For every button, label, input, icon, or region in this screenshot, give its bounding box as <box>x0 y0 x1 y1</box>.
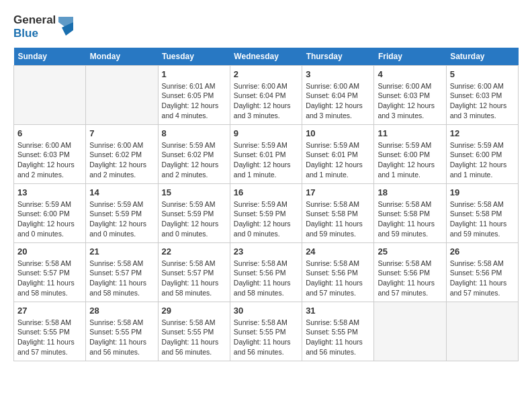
day-number: 31 <box>306 306 370 316</box>
day-info: Sunrise: 5:58 AM Sunset: 5:58 PM Dayligh… <box>378 199 442 239</box>
calendar-cell: 12Sunrise: 5:59 AM Sunset: 6:00 PM Dayli… <box>446 124 518 183</box>
day-info: Sunrise: 5:58 AM Sunset: 5:58 PM Dayligh… <box>306 199 370 239</box>
day-number: 12 <box>450 128 515 138</box>
day-info: Sunrise: 6:00 AM Sunset: 6:02 PM Dayligh… <box>89 140 154 180</box>
day-number: 22 <box>162 246 226 257</box>
day-info: Sunrise: 5:59 AM Sunset: 6:00 PM Dayligh… <box>17 199 82 239</box>
logo-blue: Blue <box>13 27 56 40</box>
day-number: 28 <box>89 306 154 316</box>
day-info: Sunrise: 5:59 AM Sunset: 6:00 PM Dayligh… <box>450 140 515 180</box>
day-number: 27 <box>17 306 82 316</box>
day-number: 14 <box>89 187 154 197</box>
day-number: 20 <box>17 246 82 257</box>
day-info: Sunrise: 5:59 AM Sunset: 5:59 PM Dayligh… <box>89 199 154 239</box>
calendar-cell: 16Sunrise: 5:59 AM Sunset: 5:59 PM Dayli… <box>230 183 302 242</box>
day-number: 15 <box>162 187 226 197</box>
day-info: Sunrise: 5:58 AM Sunset: 5:57 PM Dayligh… <box>17 259 82 298</box>
calendar-cell: 30Sunrise: 5:58 AM Sunset: 5:55 PM Dayli… <box>230 302 302 361</box>
day-number: 4 <box>378 69 442 79</box>
day-number: 29 <box>162 306 226 316</box>
calendar-cell: 26Sunrise: 5:58 AM Sunset: 5:56 PM Dayli… <box>446 242 518 302</box>
day-info: Sunrise: 5:59 AM Sunset: 5:59 PM Dayligh… <box>162 199 226 239</box>
calendar-cell: 4Sunrise: 6:00 AM Sunset: 6:03 PM Daylig… <box>374 65 446 124</box>
day-number: 9 <box>234 128 298 138</box>
calendar-cell <box>374 302 446 361</box>
calendar-cell: 17Sunrise: 5:58 AM Sunset: 5:58 PM Dayli… <box>302 183 374 242</box>
page-header: General Blue <box>13 13 519 41</box>
calendar-cell: 21Sunrise: 5:58 AM Sunset: 5:57 PM Dayli… <box>86 242 158 302</box>
header-day-friday: Friday <box>374 48 446 66</box>
day-number: 26 <box>450 246 515 257</box>
header-day-thursday: Thursday <box>302 48 374 66</box>
header-day-saturday: Saturday <box>446 48 518 66</box>
day-info: Sunrise: 6:00 AM Sunset: 6:03 PM Dayligh… <box>378 81 442 121</box>
day-info: Sunrise: 6:00 AM Sunset: 6:03 PM Dayligh… <box>450 81 515 121</box>
day-number: 7 <box>89 128 154 138</box>
day-info: Sunrise: 5:59 AM Sunset: 6:01 PM Dayligh… <box>234 140 298 180</box>
calendar-cell: 3Sunrise: 6:00 AM Sunset: 6:04 PM Daylig… <box>302 65 374 124</box>
day-info: Sunrise: 6:01 AM Sunset: 6:05 PM Dayligh… <box>162 81 226 121</box>
calendar-cell: 23Sunrise: 5:58 AM Sunset: 5:56 PM Dayli… <box>230 242 302 302</box>
day-info: Sunrise: 6:00 AM Sunset: 6:04 PM Dayligh… <box>306 81 370 121</box>
day-info: Sunrise: 5:58 AM Sunset: 5:55 PM Dayligh… <box>17 318 82 357</box>
logo-general: General <box>13 13 56 27</box>
calendar-week-row: 1Sunrise: 6:01 AM Sunset: 6:05 PM Daylig… <box>14 65 519 124</box>
day-info: Sunrise: 5:58 AM Sunset: 5:58 PM Dayligh… <box>450 199 515 239</box>
calendar-header-row: SundayMondayTuesdayWednesdayThursdayFrid… <box>14 48 519 66</box>
day-number: 16 <box>234 187 298 197</box>
day-info: Sunrise: 5:58 AM Sunset: 5:56 PM Dayligh… <box>450 259 515 298</box>
day-info: Sunrise: 5:58 AM Sunset: 5:57 PM Dayligh… <box>89 259 154 298</box>
day-number: 13 <box>17 187 82 197</box>
calendar-cell: 13Sunrise: 5:59 AM Sunset: 6:00 PM Dayli… <box>14 183 86 242</box>
calendar-week-row: 27Sunrise: 5:58 AM Sunset: 5:55 PM Dayli… <box>14 302 519 361</box>
day-number: 2 <box>234 69 298 79</box>
calendar-cell <box>86 65 158 124</box>
calendar-week-row: 13Sunrise: 5:59 AM Sunset: 6:00 PM Dayli… <box>14 183 519 242</box>
calendar-cell: 19Sunrise: 5:58 AM Sunset: 5:58 PM Dayli… <box>446 183 518 242</box>
calendar-cell: 22Sunrise: 5:58 AM Sunset: 5:57 PM Dayli… <box>158 242 230 302</box>
day-number: 17 <box>306 187 370 197</box>
day-info: Sunrise: 5:58 AM Sunset: 5:55 PM Dayligh… <box>89 318 154 357</box>
calendar-cell: 27Sunrise: 5:58 AM Sunset: 5:55 PM Dayli… <box>14 302 86 361</box>
calendar-cell: 31Sunrise: 5:58 AM Sunset: 5:55 PM Dayli… <box>302 302 374 361</box>
calendar-week-row: 20Sunrise: 5:58 AM Sunset: 5:57 PM Dayli… <box>14 242 519 302</box>
calendar-cell: 29Sunrise: 5:58 AM Sunset: 5:55 PM Dayli… <box>158 302 230 361</box>
day-info: Sunrise: 5:58 AM Sunset: 5:56 PM Dayligh… <box>306 259 370 298</box>
logo-icon <box>58 17 73 37</box>
calendar-cell <box>14 65 86 124</box>
header-day-monday: Monday <box>86 48 158 66</box>
day-number: 3 <box>306 69 370 79</box>
day-number: 1 <box>162 69 226 79</box>
day-info: Sunrise: 5:59 AM Sunset: 6:02 PM Dayligh… <box>162 140 226 180</box>
day-number: 10 <box>306 128 370 138</box>
day-number: 5 <box>450 69 515 79</box>
day-info: Sunrise: 5:58 AM Sunset: 5:55 PM Dayligh… <box>234 318 298 357</box>
day-number: 30 <box>234 306 298 316</box>
calendar-cell: 10Sunrise: 5:59 AM Sunset: 6:01 PM Dayli… <box>302 124 374 183</box>
day-info: Sunrise: 5:59 AM Sunset: 6:01 PM Dayligh… <box>306 140 370 180</box>
day-number: 23 <box>234 246 298 257</box>
calendar-cell: 8Sunrise: 5:59 AM Sunset: 6:02 PM Daylig… <box>158 124 230 183</box>
calendar-cell: 15Sunrise: 5:59 AM Sunset: 5:59 PM Dayli… <box>158 183 230 242</box>
calendar-cell: 18Sunrise: 5:58 AM Sunset: 5:58 PM Dayli… <box>374 183 446 242</box>
calendar-week-row: 6Sunrise: 6:00 AM Sunset: 6:03 PM Daylig… <box>14 124 519 183</box>
calendar-cell: 6Sunrise: 6:00 AM Sunset: 6:03 PM Daylig… <box>14 124 86 183</box>
day-info: Sunrise: 6:00 AM Sunset: 6:03 PM Dayligh… <box>17 140 82 180</box>
calendar-cell: 14Sunrise: 5:59 AM Sunset: 5:59 PM Dayli… <box>86 183 158 242</box>
calendar-table: SundayMondayTuesdayWednesdayThursdayFrid… <box>13 48 519 361</box>
day-info: Sunrise: 5:58 AM Sunset: 5:56 PM Dayligh… <box>378 259 442 298</box>
day-info: Sunrise: 5:59 AM Sunset: 6:00 PM Dayligh… <box>378 140 442 180</box>
day-info: Sunrise: 6:00 AM Sunset: 6:04 PM Dayligh… <box>234 81 298 121</box>
header-day-tuesday: Tuesday <box>158 48 230 66</box>
day-number: 8 <box>162 128 226 138</box>
day-number: 25 <box>378 246 442 257</box>
calendar-cell: 24Sunrise: 5:58 AM Sunset: 5:56 PM Dayli… <box>302 242 374 302</box>
calendar-cell: 5Sunrise: 6:00 AM Sunset: 6:03 PM Daylig… <box>446 65 518 124</box>
day-info: Sunrise: 5:58 AM Sunset: 5:57 PM Dayligh… <box>162 259 226 298</box>
calendar-cell: 2Sunrise: 6:00 AM Sunset: 6:04 PM Daylig… <box>230 65 302 124</box>
logo: General Blue <box>13 13 73 41</box>
day-info: Sunrise: 5:59 AM Sunset: 5:59 PM Dayligh… <box>234 199 298 239</box>
calendar-cell: 20Sunrise: 5:58 AM Sunset: 5:57 PM Dayli… <box>14 242 86 302</box>
calendar-cell <box>446 302 518 361</box>
day-number: 24 <box>306 246 370 257</box>
